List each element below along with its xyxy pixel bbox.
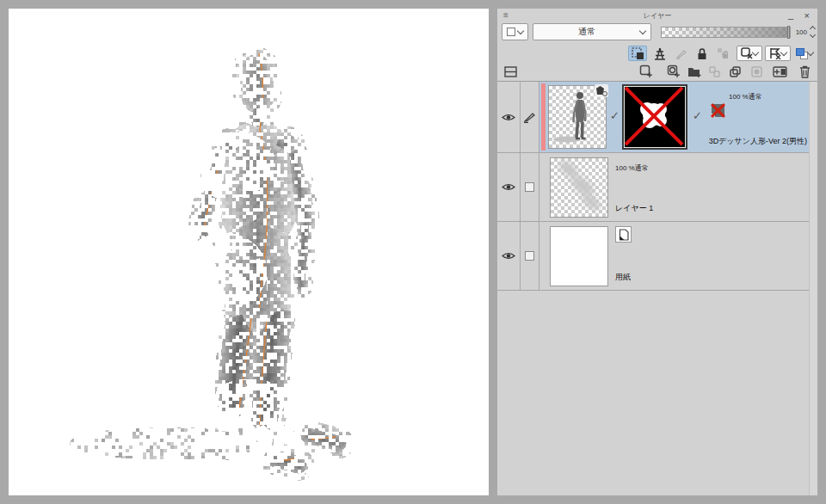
pencil-edit-icon (523, 112, 536, 123)
mask-preview-icon (624, 86, 684, 146)
layer-command-row (497, 64, 817, 81)
create-mask-icon (773, 65, 788, 77)
lighthouse-icon (654, 47, 666, 60)
new-correction-layer-button[interactable] (666, 65, 681, 78)
opacity-slider[interactable] (661, 27, 791, 38)
blend-mode-value: 通常 (533, 26, 640, 38)
edit-target-cell[interactable] (521, 153, 539, 221)
clipping-icon (632, 47, 644, 60)
merge-down-button[interactable] (727, 65, 743, 78)
eye-icon (502, 113, 515, 122)
chevron-down-icon (780, 48, 787, 55)
paper-badge (615, 226, 632, 243)
layer-thumbnail[interactable] (550, 226, 608, 286)
layer-info: 100 %通常 (615, 163, 649, 173)
layer-row-raster[interactable]: 100 %通常 レイヤー 1 (497, 153, 817, 222)
eye-icon (502, 251, 515, 261)
chevron-down-icon (639, 27, 646, 34)
merge-icon (729, 65, 742, 78)
folder-icon (687, 65, 702, 78)
palette-titlebar: ≡ レイヤー _ × (497, 9, 817, 22)
layer-name[interactable]: 用紙 (615, 272, 631, 283)
paper-page-icon (619, 229, 629, 241)
opacity-value: 100 (793, 28, 807, 36)
visibility-cell[interactable] (497, 153, 521, 221)
create-layer-mask-button[interactable] (773, 65, 788, 78)
checkbox-icon[interactable] (525, 182, 534, 192)
layer-row-3d-model[interactable]: ✓ ✓ 100 %通常 3Dデッサン人形-Ver 2(男性 (497, 82, 817, 153)
lock-transparent-icon (717, 47, 729, 59)
opacity-spinner[interactable]: 100 (793, 23, 816, 40)
reference-layer-button[interactable] (650, 46, 669, 61)
apply-mask-button[interactable] (749, 65, 764, 78)
chevron-down-icon (752, 48, 759, 55)
correction-layer-icon (667, 65, 681, 78)
layer-color-chip-icon (796, 48, 808, 59)
close-button[interactable]: × (804, 10, 810, 21)
mask-x-icon (741, 47, 753, 59)
layer-name[interactable]: レイヤー 1 (615, 203, 653, 214)
3d-figure-dissolve-render (9, 9, 489, 495)
3d-object-badge-icon (595, 84, 608, 97)
layer-list: ✓ ✓ 100 %通常 3Dデッサン人形-Ver 2(男性 (497, 81, 817, 495)
layer-row-body[interactable]: 100 %通常 レイヤー 1 (539, 153, 817, 221)
document-canvas[interactable] (9, 9, 489, 495)
spinner-down-icon[interactable] (810, 32, 816, 38)
lock-transparent-pixels-button[interactable] (713, 46, 732, 61)
blend-mode-dropdown[interactable]: 通常 (533, 23, 651, 40)
palette-title: レイヤー (497, 11, 817, 21)
layer-list-scrollbar[interactable] (809, 82, 817, 495)
link-layers-button[interactable] (706, 65, 722, 78)
layer-property-row (497, 44, 817, 63)
minimize-button[interactable]: _ (788, 9, 793, 20)
chevron-down-icon (517, 27, 524, 34)
draft-pencil-icon (675, 47, 687, 59)
edit-target-cell[interactable] (521, 222, 539, 290)
opacity-slider-handle[interactable] (787, 26, 790, 39)
layer-mask-thumbnail[interactable] (622, 84, 687, 150)
layer-color-dropdown[interactable] (792, 46, 816, 61)
layers-palette: ≡ レイヤー _ × 通常 100 (497, 9, 817, 495)
new-folder-button[interactable] (687, 65, 702, 78)
layer-thumbnail[interactable] (550, 157, 608, 218)
layer-color-stripe (541, 83, 546, 151)
eye-icon (502, 182, 515, 192)
palette-color-dropdown[interactable] (502, 23, 528, 40)
layer-info: 100 %通常 (729, 92, 762, 101)
palette-color-icon (507, 28, 515, 36)
clip-to-layer-below-button[interactable] (628, 46, 647, 61)
layer-enabled-check-icon[interactable]: ✓ (610, 109, 620, 122)
lock-icon (696, 47, 708, 60)
draft-layer-button[interactable] (672, 46, 691, 61)
mask-enabled-check-icon[interactable]: ✓ (693, 109, 702, 122)
visibility-cell[interactable] (497, 222, 521, 290)
checkbox-icon[interactable] (525, 251, 534, 261)
layer-row-body[interactable]: 用紙 (539, 222, 817, 290)
mask-area-dropdown[interactable] (765, 46, 791, 61)
new-layer-icon (639, 65, 653, 78)
lock-layer-button[interactable] (693, 46, 712, 61)
new-raster-layer-button[interactable] (638, 65, 654, 78)
chevron-down-icon (806, 48, 813, 55)
palette-layout-button[interactable] (502, 65, 518, 78)
link-icon (708, 65, 721, 78)
layer-row-body[interactable]: ✓ ✓ 100 %通常 3Dデッサン人形-Ver 2(男性 (539, 82, 817, 152)
blend-opacity-row: 通常 100 (497, 22, 817, 42)
apply-mask-icon (750, 65, 763, 78)
mask-disabled-icon[interactable] (712, 104, 724, 117)
edit-target-cell[interactable] (521, 82, 539, 152)
visibility-cell[interactable] (497, 82, 521, 152)
layer-name[interactable]: 3Dデッサン人形-Ver 2(男性) (709, 136, 807, 147)
split-pane-icon (504, 66, 517, 77)
delete-layer-button[interactable] (797, 65, 812, 78)
trash-icon (799, 65, 811, 78)
flag-x-icon (769, 47, 781, 59)
enable-mask-dropdown[interactable] (737, 46, 762, 61)
layer-thumbnail[interactable] (548, 85, 607, 149)
layer-row-paper[interactable]: 用紙 (497, 222, 817, 291)
